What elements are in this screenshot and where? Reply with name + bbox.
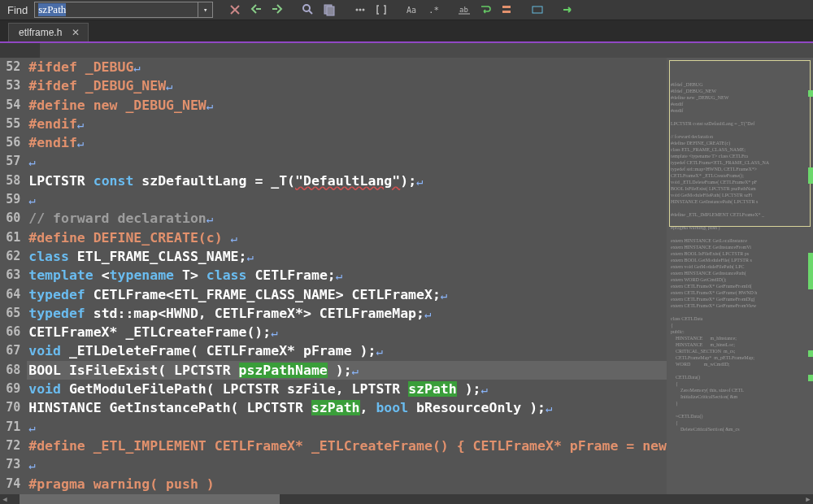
svg-rect-2 <box>327 7 334 15</box>
line-number: 71 <box>0 418 27 437</box>
match-case-icon[interactable]: Aa <box>403 2 421 18</box>
count-matches-icon[interactable] <box>498 2 515 18</box>
line-number: 64 <box>0 285 27 304</box>
wrap-icon[interactable] <box>476 2 494 18</box>
editor-area: 5253545556575859606162636465666768697071… <box>0 58 813 494</box>
close-search-icon[interactable] <box>226 2 244 18</box>
minimap-marker <box>808 253 813 289</box>
close-icon[interactable]: ✕ <box>72 27 80 38</box>
tab-label: etlframe.h <box>19 27 62 38</box>
svg-text:Aa: Aa <box>406 6 416 15</box>
line-number: 63 <box>0 266 27 285</box>
scroll-right-icon[interactable]: ▶ <box>803 494 813 504</box>
minimap-viewport[interactable] <box>669 60 811 227</box>
find-toolbar: Find ▾ Aa .* ab <box>0 0 813 20</box>
minimap[interactable]: #ifdef _DEBUG #ifdef _DEBUG_NEW #define … <box>667 58 813 494</box>
line-number: 66 <box>0 323 27 341</box>
svg-rect-9 <box>533 7 542 13</box>
advanced-icon[interactable] <box>528 2 546 18</box>
search-match: pszPathName <box>239 363 328 378</box>
whole-word-icon[interactable]: ab <box>455 2 473 18</box>
scrollbar-track[interactable] <box>20 494 793 504</box>
ruler <box>40 43 813 58</box>
find-dropdown-icon[interactable]: ▾ <box>198 2 212 17</box>
line-number: 56 <box>0 133 27 152</box>
scroll-left-icon[interactable]: ◀ <box>0 494 10 504</box>
search-match: szPath <box>311 400 360 415</box>
line-number: 54 <box>0 96 27 115</box>
line-number: 70 <box>0 398 27 417</box>
scrollbar-thumb[interactable] <box>20 494 280 504</box>
find-input[interactable] <box>35 2 198 17</box>
line-number: 57 <box>0 152 27 171</box>
incremental-search-icon[interactable] <box>299 2 317 18</box>
code-editor[interactable]: #ifdef _DEBUG↵ #ifdef _DEBUG_NEW↵ #defin… <box>27 58 667 494</box>
line-number: 53 <box>0 76 27 95</box>
svg-text:ab: ab <box>459 6 468 14</box>
find-label: Find <box>4 4 31 16</box>
option-dots-icon[interactable] <box>351 2 369 18</box>
line-number: 65 <box>0 304 27 323</box>
line-number: 62 <box>0 247 27 266</box>
search-match: szPath <box>408 381 457 397</box>
line-number: 69 <box>0 380 27 398</box>
line-number: 72 <box>0 437 27 455</box>
find-next-icon[interactable] <box>268 2 286 18</box>
line-number: 61 <box>0 228 27 247</box>
svg-text:.*: .* <box>428 5 439 15</box>
search-all-icon[interactable] <box>320 2 338 18</box>
line-number: 60 <box>0 209 27 228</box>
line-number: 59 <box>0 190 27 209</box>
regex-icon[interactable]: .* <box>424 2 442 18</box>
line-number: 58 <box>0 172 27 190</box>
line-number-gutter: 5253545556575859606162636465666768697071… <box>0 58 27 494</box>
tab-bar: etlframe.h ✕ <box>0 20 813 43</box>
line-number: 67 <box>0 341 27 360</box>
minimap-marker <box>808 90 813 97</box>
option-brackets-icon[interactable] <box>372 2 390 18</box>
svg-point-5 <box>363 9 365 11</box>
minimap-marker <box>808 350 813 357</box>
minimap-marker <box>808 375 813 381</box>
find-input-wrap: ▾ <box>34 2 213 18</box>
goto-icon[interactable] <box>559 2 577 18</box>
horizontal-scrollbar[interactable]: ◀ ▶ <box>0 494 813 504</box>
line-number: 55 <box>0 115 27 133</box>
line-number: 73 <box>0 455 27 474</box>
svg-point-3 <box>356 9 359 11</box>
svg-point-4 <box>359 9 362 11</box>
line-number: 68 <box>0 361 27 380</box>
line-number: 74 <box>0 475 27 493</box>
current-line[interactable]: BOOL IsFileExist( LPCTSTR pszPathName );… <box>27 361 667 380</box>
tab-etlframe[interactable]: etlframe.h ✕ <box>8 23 89 41</box>
svg-point-0 <box>303 5 310 11</box>
minimap-marker <box>808 167 813 184</box>
line-number: 52 <box>0 58 27 76</box>
find-prev-icon[interactable] <box>247 2 265 18</box>
